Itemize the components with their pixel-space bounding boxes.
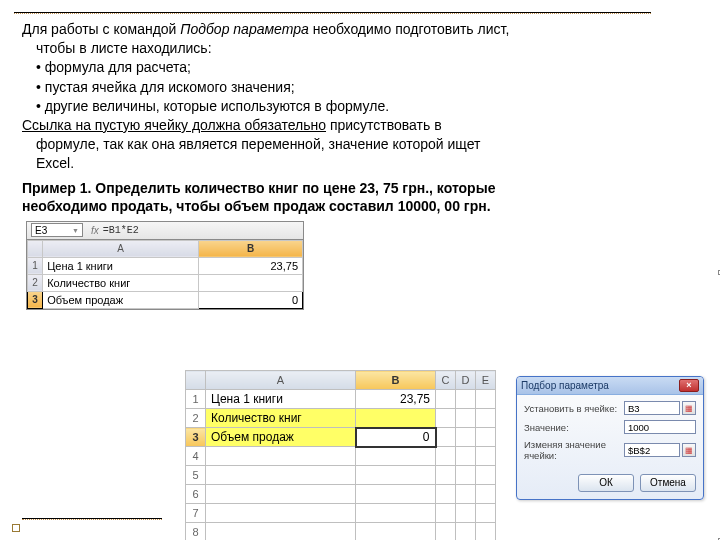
- close-button[interactable]: ×: [679, 379, 699, 392]
- col-header-b[interactable]: B: [356, 371, 436, 390]
- example-line2: необходимо продать, чтобы объем продаж с…: [22, 197, 692, 215]
- cell[interactable]: [456, 447, 476, 466]
- cell[interactable]: [206, 504, 356, 523]
- row-header-1[interactable]: 1: [28, 257, 43, 274]
- to-value-label: Значение:: [524, 422, 569, 433]
- dialog-titlebar[interactable]: Подбор параметра ×: [517, 377, 703, 395]
- cell[interactable]: [476, 504, 496, 523]
- row-header[interactable]: 8: [186, 523, 206, 541]
- text-underlined: Ссылка на пустую ячейку должна обязатель…: [22, 117, 326, 133]
- spreadsheet-small: E3 ▼ fx =B1*E2 A B 1 Цена 1 книги 23,75 …: [26, 221, 304, 310]
- cell[interactable]: [456, 428, 476, 447]
- to-value-input[interactable]: [624, 420, 696, 434]
- cell-a1[interactable]: Цена 1 книги: [206, 390, 356, 409]
- col-header-a[interactable]: A: [206, 371, 356, 390]
- cell-b2[interactable]: [356, 409, 436, 428]
- cell[interactable]: [436, 428, 456, 447]
- cell[interactable]: [436, 466, 456, 485]
- text: Excel.: [36, 155, 74, 171]
- name-box-value: E3: [35, 225, 47, 236]
- spreadsheet-large: A B C D E 1 Цена 1 книги 23,75 2 Количес…: [185, 370, 511, 540]
- cell[interactable]: [476, 428, 496, 447]
- cell[interactable]: [436, 504, 456, 523]
- decorative-rule: [22, 518, 162, 520]
- grid-icon: ▦: [685, 446, 693, 455]
- cell[interactable]: [456, 466, 476, 485]
- cell-ref-button[interactable]: ▦: [682, 443, 696, 457]
- cell-b3[interactable]: 0: [199, 291, 303, 308]
- cell[interactable]: [356, 485, 436, 504]
- row-header-3[interactable]: 3: [28, 291, 43, 308]
- row-header[interactable]: 6: [186, 485, 206, 504]
- cell[interactable]: [206, 466, 356, 485]
- cell[interactable]: [206, 447, 356, 466]
- bullet-formula: формула для расчета;: [45, 59, 191, 75]
- corner-cell[interactable]: [28, 240, 43, 257]
- col-header-c[interactable]: C: [436, 371, 456, 390]
- cell[interactable]: [456, 485, 476, 504]
- cell-a3[interactable]: Объем продаж: [43, 291, 199, 308]
- cell[interactable]: [456, 390, 476, 409]
- bullet-other: другие величины, которые используются в …: [45, 98, 389, 114]
- cell[interactable]: [436, 447, 456, 466]
- col-header-a[interactable]: A: [43, 240, 199, 257]
- cell[interactable]: [436, 523, 456, 541]
- col-header-d[interactable]: D: [456, 371, 476, 390]
- cell-a2[interactable]: Количество книг: [206, 409, 356, 428]
- set-cell-input[interactable]: [624, 401, 680, 415]
- cell[interactable]: [476, 485, 496, 504]
- cell[interactable]: [356, 447, 436, 466]
- cell-b2[interactable]: [199, 274, 303, 291]
- text: Для работы с командой: [22, 21, 180, 37]
- col-header-e[interactable]: E: [476, 371, 496, 390]
- col-header-b[interactable]: B: [199, 240, 303, 257]
- decorative-square: [12, 524, 20, 532]
- cell-b3[interactable]: 0: [356, 428, 436, 447]
- decorative-rule: [14, 12, 651, 14]
- changing-cell-label: Изменяя значение ячейки:: [524, 439, 624, 461]
- example-paragraph: Пример 1. Определить количество книг по …: [14, 179, 692, 215]
- cell[interactable]: [206, 485, 356, 504]
- cell[interactable]: [456, 523, 476, 541]
- name-box[interactable]: E3 ▼: [31, 223, 83, 237]
- row-header[interactable]: 7: [186, 504, 206, 523]
- cell-a1[interactable]: Цена 1 книги: [43, 257, 199, 274]
- cell[interactable]: [206, 523, 356, 541]
- intro-paragraph: Для работы с командой Подбор параметра н…: [14, 20, 692, 173]
- cell[interactable]: [436, 409, 456, 428]
- cell-ref-button[interactable]: ▦: [682, 401, 696, 415]
- corner-cell[interactable]: [186, 371, 206, 390]
- dialog-title: Подбор параметра: [521, 380, 609, 391]
- cell-a2[interactable]: Количество книг: [43, 274, 199, 291]
- row-header[interactable]: 3: [186, 428, 206, 447]
- cell[interactable]: [476, 409, 496, 428]
- cell-a3[interactable]: Объем продаж: [206, 428, 356, 447]
- cell[interactable]: [456, 504, 476, 523]
- cell[interactable]: [356, 466, 436, 485]
- formula-bar: E3 ▼ fx =B1*E2: [27, 222, 303, 240]
- cell[interactable]: [436, 485, 456, 504]
- cell-b1[interactable]: 23,75: [199, 257, 303, 274]
- ok-button[interactable]: ОК: [578, 474, 634, 492]
- bullet-empty-cell: пустая ячейка для искомого значения;: [45, 79, 295, 95]
- cell-b1[interactable]: 23,75: [356, 390, 436, 409]
- changing-cell-input[interactable]: [624, 443, 680, 457]
- cell[interactable]: [476, 390, 496, 409]
- cell[interactable]: [436, 390, 456, 409]
- text: присутствовать в: [326, 117, 442, 133]
- ok-label: ОК: [599, 477, 613, 488]
- row-header[interactable]: 1: [186, 390, 206, 409]
- cell[interactable]: [356, 504, 436, 523]
- fx-label[interactable]: fx: [91, 225, 99, 236]
- row-header[interactable]: 5: [186, 466, 206, 485]
- row-header[interactable]: 2: [186, 409, 206, 428]
- cell[interactable]: [456, 409, 476, 428]
- formula-text[interactable]: =B1*E2: [103, 225, 139, 236]
- row-header-2[interactable]: 2: [28, 274, 43, 291]
- cell[interactable]: [476, 447, 496, 466]
- cell[interactable]: [356, 523, 436, 541]
- cell[interactable]: [476, 523, 496, 541]
- row-header[interactable]: 4: [186, 447, 206, 466]
- cancel-button[interactable]: Отмена: [640, 474, 696, 492]
- cell[interactable]: [476, 466, 496, 485]
